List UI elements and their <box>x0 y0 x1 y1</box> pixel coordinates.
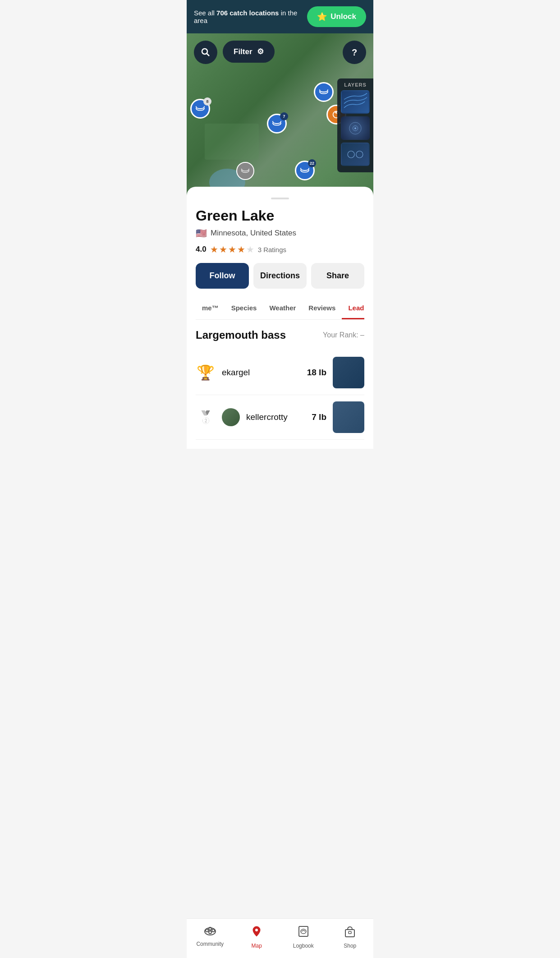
svg-point-9 <box>354 128 356 129</box>
star-1: ★ <box>210 244 218 255</box>
location-text: Minnesota, United States <box>211 229 296 238</box>
star-icon: ⭐ <box>317 12 327 22</box>
catch-photo-bg-1 <box>333 357 364 388</box>
your-rank: Your Rank: – <box>323 331 364 339</box>
pin-count: 22 <box>308 159 316 167</box>
rating-number: 4.0 <box>196 245 207 254</box>
map-pin-gray-1[interactable] <box>236 162 254 180</box>
catch-2-photo <box>333 401 364 433</box>
stars-display: ★ ★ ★ ★ ★ <box>210 244 254 255</box>
pin-count: 7 <box>280 112 288 120</box>
catch-count: 706 catch locations <box>216 9 279 17</box>
layer-satellite[interactable] <box>341 116 370 140</box>
leaderboard-header: Largemouth bass Your Rank: – <box>196 329 364 341</box>
rating-row: 4.0 ★ ★ ★ ★ ★ 3 Ratings <box>196 244 364 255</box>
follow-button[interactable]: Follow <box>196 263 249 289</box>
svg-point-11 <box>356 151 363 158</box>
map-pin-top-right[interactable] <box>314 82 334 102</box>
star-5: ★ <box>246 244 254 255</box>
lake-location: 🇺🇸 Minnesota, United States <box>196 228 364 239</box>
action-buttons: Follow Directions Share <box>196 263 364 289</box>
top-banner: See all 706 catch locations in the area … <box>187 0 373 33</box>
user-1-name: ekargel <box>222 368 301 378</box>
map-pin-1[interactable]: 8 <box>190 99 210 119</box>
lake-name: Green Lake <box>196 207 364 224</box>
leaderboard-title: Largemouth bass <box>196 329 286 341</box>
catch-2-weight: 7 lb <box>312 412 326 422</box>
svg-point-5 <box>202 49 207 54</box>
star-2: ★ <box>219 244 227 255</box>
ratings-count: 3 Ratings <box>258 246 286 253</box>
catch-1-weight: 18 lb <box>307 368 326 378</box>
lake-card: Green Lake 🇺🇸 Minnesota, United States 4… <box>187 187 373 320</box>
layers-label: LAYERS <box>341 82 370 88</box>
layers-panel: LAYERS <box>337 78 373 172</box>
unlock-button[interactable]: ⭐ Unlock <box>307 6 366 27</box>
country-flag: 🇺🇸 <box>196 228 207 239</box>
map-pin-5[interactable]: 22 <box>295 161 315 180</box>
filter-icon: ⚙ <box>257 47 264 56</box>
rank-1-trophy: 🏆 <box>196 364 216 381</box>
tabs-row: me™ Species Weather Reviews Leaderboards <box>196 298 364 320</box>
banner-text: See all 706 catch locations in the area <box>194 9 307 24</box>
layer-hybrid[interactable] <box>341 143 370 166</box>
tab-weather[interactable]: Weather <box>263 298 302 319</box>
share-button[interactable]: Share <box>311 263 364 289</box>
svg-point-10 <box>348 151 354 158</box>
svg-line-6 <box>207 54 210 56</box>
user-2-name: kellercrotty <box>246 412 305 422</box>
drag-handle[interactable] <box>271 198 289 199</box>
layer-topo[interactable] <box>341 90 370 114</box>
star-3: ★ <box>228 244 236 255</box>
catch-photo-bg-2 <box>333 401 364 433</box>
catch-1-photo <box>333 357 364 388</box>
gold-trophy-icon: 🏆 <box>197 364 215 381</box>
leaderboard-section: Largemouth bass Your Rank: – 🏆 ekargel 1… <box>187 320 373 449</box>
map-search-button[interactable] <box>194 41 217 64</box>
tab-me[interactable]: me™ <box>196 298 225 319</box>
directions-button[interactable]: Directions <box>253 263 307 289</box>
rank-2-trophy: 🥈 <box>196 410 216 425</box>
help-button[interactable]: ? <box>343 41 366 64</box>
map-container[interactable]: 8 7 28 22 1 2 <box>187 33 373 196</box>
map-pin-2[interactable]: 7 <box>267 114 287 134</box>
search-icon <box>200 47 211 58</box>
tab-species[interactable]: Species <box>225 298 263 319</box>
star-4: ★ <box>237 244 245 255</box>
avatar-image <box>222 408 240 426</box>
pin-count: 8 <box>203 97 211 106</box>
leaderboard-entry-2[interactable]: 🥈 kellercrotty 7 lb <box>196 395 364 440</box>
filter-button[interactable]: Filter ⚙ <box>223 41 275 63</box>
main-content: Green Lake 🇺🇸 Minnesota, United States 4… <box>187 187 373 485</box>
tab-reviews[interactable]: Reviews <box>302 298 342 319</box>
help-icon: ? <box>352 47 357 58</box>
map-field-1 <box>205 124 259 160</box>
silver-trophy-icon: 🥈 <box>198 410 214 425</box>
leaderboard-entry-1[interactable]: 🏆 ekargel 18 lb <box>196 350 364 395</box>
tab-leaderboards[interactable]: Leaderboards <box>342 298 364 319</box>
user-2-avatar <box>222 408 240 426</box>
